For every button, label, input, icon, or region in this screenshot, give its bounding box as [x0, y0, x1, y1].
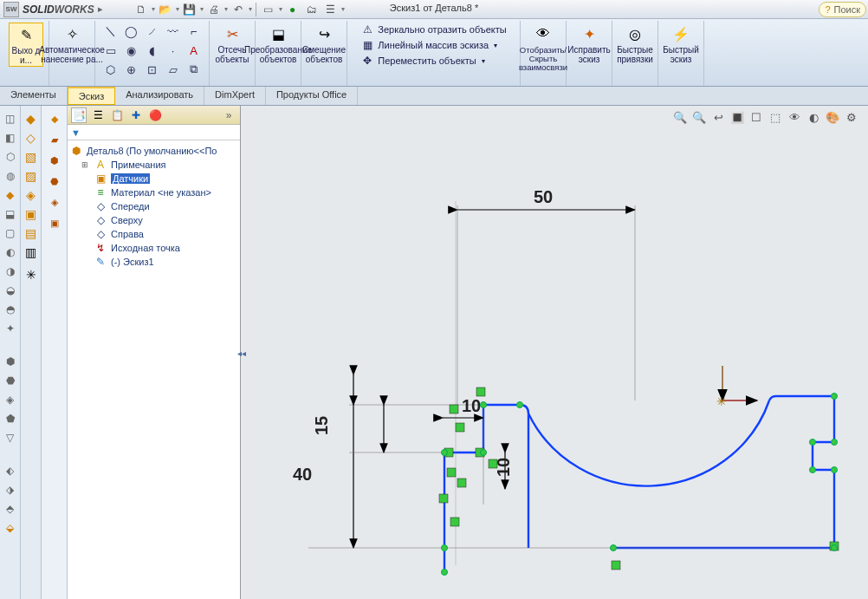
options-icon[interactable]: 🗂 [303, 2, 321, 17]
more1-icon[interactable]: ⊕ [122, 61, 141, 78]
line-tool-icon[interactable]: ＼ [101, 23, 120, 40]
new-icon[interactable]: 🗋 [133, 2, 150, 17]
tb14-icon[interactable]: ⬣ [3, 373, 18, 388]
tb20-icon[interactable]: ⬘ [3, 501, 18, 517]
dimension-40[interactable]: 40 [293, 405, 830, 548]
select-icon[interactable]: ▭ [260, 2, 277, 17]
tree-part-root[interactable]: ⬢ Деталь8 (По умолчанию<<По [69, 144, 238, 158]
tree-front-plane[interactable]: ◇ Спереди [69, 199, 238, 213]
tb13-icon[interactable]: ⬢ [3, 354, 18, 369]
chain-tool-icon[interactable]: ⧉ [185, 61, 204, 78]
arc-tool-icon[interactable]: ⟋ [143, 23, 162, 40]
se3-icon[interactable]: ⬢ [47, 153, 62, 168]
spline-tool-icon[interactable]: 〰 [164, 23, 183, 40]
expander-icon[interactable]: ⊞ [81, 160, 90, 169]
text-tool-icon[interactable]: A [185, 42, 204, 59]
tab-dimxpert[interactable]: DimXpert [204, 87, 266, 105]
polygon-tool-icon[interactable]: ⬡ [101, 61, 120, 78]
tree-annotations[interactable]: ⊞ A Примечания [69, 158, 238, 172]
rebuild-icon[interactable]: ● [284, 2, 301, 17]
c2b-icon[interactable]: ◇ [23, 130, 39, 146]
tree-top-plane[interactable]: ◇ Сверху [69, 213, 238, 227]
linear-pattern-button[interactable]: ▦ Линейный массив эскиза▾ [360, 38, 506, 52]
c2d-icon[interactable]: ▨ [23, 168, 39, 184]
c2g-icon[interactable]: ▤ [23, 225, 39, 241]
tb1-icon[interactable]: ◫ [3, 111, 18, 127]
c2h-icon[interactable]: ▥ [23, 244, 39, 260]
c2e-icon[interactable]: ◈ [23, 187, 39, 203]
dimension-15[interactable]: 15 [312, 374, 444, 453]
graphics-canvas[interactable]: ◂◂ 🔍 🔍 ↩ 🔳 ☐ ⬚ 👁 ◐ 🎨 ⚙ [241, 106, 868, 599]
centerline-icon[interactable]: ⊡ [143, 61, 162, 78]
se6-icon[interactable]: ▣ [47, 215, 62, 231]
convert-button[interactable]: ⬓ Преобразование объектов [261, 23, 295, 65]
ellipse-tool-icon[interactable]: ◉ [122, 42, 141, 59]
tb11-icon[interactable]: ◓ [3, 302, 18, 317]
tb12-icon[interactable]: ✦ [3, 321, 18, 336]
search-box[interactable]: ? Поиск [819, 2, 866, 17]
repair-sketch-button[interactable]: ✦ Исправить эскиз [572, 23, 606, 65]
tab-sketch[interactable]: Эскиз [68, 87, 115, 105]
c2a-icon[interactable]: ◆ [23, 111, 39, 127]
se2-icon[interactable]: ▰ [47, 132, 62, 147]
tb10-icon[interactable]: ◒ [3, 283, 18, 298]
manager-tab-dimxpert-icon[interactable]: ✚ [128, 107, 144, 123]
se5-icon[interactable]: ◈ [47, 194, 62, 210]
tab-analyze[interactable]: Анализировать [115, 87, 204, 105]
tree-material[interactable]: ≡ Материал <не указан> [69, 186, 238, 199]
tb17-icon[interactable]: ▽ [3, 430, 18, 446]
offset-button[interactable]: ↪ Смещение объектов [307, 23, 341, 65]
manager-more-icon[interactable]: » [221, 107, 236, 123]
display-relations-button[interactable]: 👁 Отобразить/Скрыть взаимосвязи [526, 23, 560, 73]
tb15-icon[interactable]: ◈ [3, 392, 18, 407]
tb18-icon[interactable]: ⬖ [3, 463, 18, 479]
manager-tab-render-icon[interactable]: 🔴 [147, 107, 163, 123]
tree-filter-bar[interactable]: ▼ [68, 125, 240, 140]
rapid-sketch-button[interactable]: ⚡ Быстрый эскиз [664, 23, 698, 65]
tb16-icon[interactable]: ⬟ [3, 411, 18, 426]
tb9-icon[interactable]: ◑ [3, 264, 18, 279]
manager-tab-design-icon[interactable]: 📑 [71, 107, 87, 123]
tb8-icon[interactable]: ◐ [3, 244, 18, 260]
move-entities-button[interactable]: ✥ Переместить объекты▾ [360, 54, 506, 68]
tb21-icon[interactable]: ⬙ [3, 520, 18, 536]
quick-snaps-button[interactable]: ◎ Быстрые привязки [618, 23, 652, 65]
tree-right-plane[interactable]: ◇ Справа [69, 227, 238, 241]
manager-tab-config-icon[interactable]: 📋 [109, 107, 125, 123]
se4-icon[interactable]: ⬣ [47, 173, 62, 189]
tb4-icon[interactable]: ◍ [3, 168, 18, 184]
plane-tool-icon[interactable]: ▱ [164, 61, 183, 78]
rect-tool-icon[interactable]: ▭ [101, 42, 120, 59]
tb7-icon[interactable]: ▢ [3, 225, 18, 241]
tab-office[interactable]: Продукты Office [266, 87, 358, 105]
tree-sketch1[interactable]: ✎ (-) Эскиз1 [69, 255, 238, 269]
mirror-button[interactable]: ⚠ Зеркально отразить объекты [360, 23, 506, 36]
open-icon[interactable]: 📂 [157, 2, 174, 17]
c2f-icon[interactable]: ▣ [23, 206, 39, 222]
undo-icon[interactable]: ↶ [230, 2, 247, 17]
tree-sensors[interactable]: ▣ Датчики [69, 172, 238, 186]
slot-tool-icon[interactable]: ◖ [143, 42, 162, 59]
tb3-icon[interactable]: ⬡ [3, 149, 18, 165]
tb19-icon[interactable]: ⬗ [3, 482, 18, 498]
dimension-10-v[interactable]: 10 [494, 453, 513, 489]
sketch-profile[interactable] [444, 396, 834, 572]
save-icon[interactable]: 💾 [181, 2, 198, 17]
menu-chevron-icon[interactable]: ▸ [98, 3, 107, 15]
tb6-icon[interactable]: ⬓ [3, 206, 18, 222]
print-icon[interactable]: 🖨 [205, 2, 223, 17]
fillet-tool-icon[interactable]: ⌐ [185, 23, 204, 40]
manager-tab-property-icon[interactable]: ☰ [90, 107, 106, 123]
circle-tool-icon[interactable]: ◯ [122, 23, 141, 40]
se1-icon[interactable]: ◆ [47, 111, 62, 127]
exit-sketch-button[interactable]: ✎ Выхо д и... [9, 23, 43, 67]
tb5-icon[interactable]: ◆ [3, 187, 18, 203]
tb2-icon[interactable]: ◧ [3, 130, 18, 146]
properties-icon[interactable]: ☰ [322, 2, 340, 17]
c2c-icon[interactable]: ▧ [23, 149, 39, 165]
c2i-icon[interactable]: ✳ [23, 267, 39, 283]
tree-origin[interactable]: ↯ Исходная точка [69, 241, 238, 255]
tab-elements[interactable]: Элементы [0, 87, 68, 105]
dimension-50[interactable]: 50 [457, 187, 635, 405]
point-tool-icon[interactable]: ∙ [164, 42, 183, 59]
